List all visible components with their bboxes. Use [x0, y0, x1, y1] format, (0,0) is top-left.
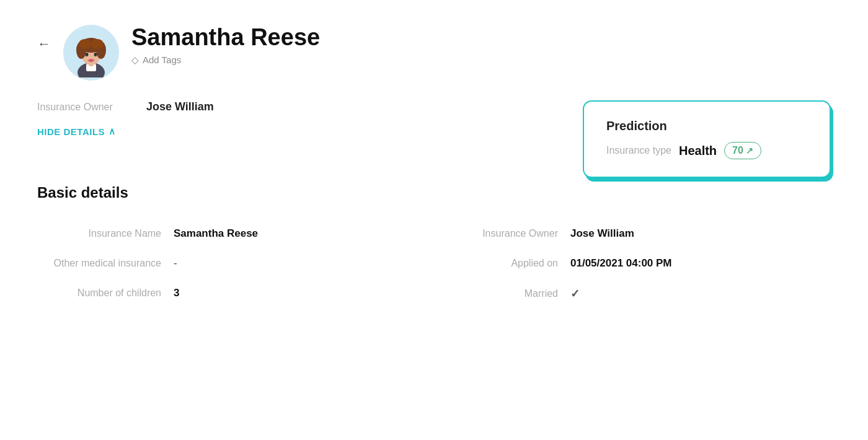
prediction-type-value: Health [679, 144, 717, 158]
svg-point-10 [86, 53, 89, 56]
details-right-column: Insurance Owner Jose William Applied on … [434, 219, 831, 309]
insurance-name-label: Insurance Name [37, 228, 174, 239]
children-value: 3 [174, 287, 179, 299]
svg-point-11 [94, 53, 97, 56]
chevron-up-icon: ∧ [108, 126, 116, 137]
applied-on-label: Applied on [434, 258, 570, 269]
insurance-name-value: Samantha Reese [174, 227, 258, 240]
insurance-owner-value: Jose William [146, 100, 214, 113]
married-label: Married [434, 288, 570, 299]
add-tags-button[interactable]: ◇ Add Tags [131, 55, 320, 66]
insurance-owner-detail-value: Jose William [570, 227, 634, 240]
prediction-score: 70 [732, 145, 743, 156]
prediction-type-label: Insurance type [606, 145, 671, 156]
detail-row-applied-on: Applied on 01/05/2021 04:00 PM [434, 249, 831, 278]
insurance-owner-label: Insurance Owner [37, 102, 136, 113]
detail-row-insurance-owner: Insurance Owner Jose William [434, 219, 831, 249]
svg-point-8 [79, 39, 91, 49]
add-tags-label: Add Tags [143, 55, 181, 65]
hide-details-label: HIDE DETAILS [37, 126, 105, 137]
tag-icon: ◇ [131, 55, 139, 66]
basic-details-section: Basic details Insurance Name Samantha Re… [37, 184, 831, 309]
other-insurance-label: Other medical insurance [37, 258, 174, 269]
back-button[interactable]: ← [37, 36, 51, 52]
details-left-column: Insurance Name Samantha Reese Other medi… [37, 219, 434, 309]
children-label: Number of children [37, 288, 174, 299]
svg-point-9 [91, 39, 104, 49]
prediction-card: Prediction Insurance type Health 70 ↗ [583, 100, 831, 178]
other-insurance-value: - [174, 257, 177, 270]
detail-row-other-insurance: Other medical insurance - [37, 249, 434, 278]
detail-row-insurance-name: Insurance Name Samantha Reese [37, 219, 434, 249]
svg-point-12 [89, 59, 94, 61]
married-value: ✓ [570, 287, 580, 301]
trend-up-icon: ↗ [746, 146, 753, 156]
insurance-owner-detail-label: Insurance Owner [434, 228, 570, 239]
hide-details-button[interactable]: HIDE DETAILS ∧ [37, 126, 116, 137]
prediction-title: Prediction [606, 119, 807, 133]
detail-row-married: Married ✓ [434, 278, 831, 309]
applied-on-value: 01/05/2021 04:00 PM [570, 257, 672, 270]
detail-row-children: Number of children 3 [37, 278, 434, 308]
prediction-score-badge: 70 ↗ [724, 142, 761, 159]
avatar [63, 25, 119, 81]
section-title: Basic details [37, 184, 831, 201]
person-name: Samantha Reese [131, 25, 320, 51]
